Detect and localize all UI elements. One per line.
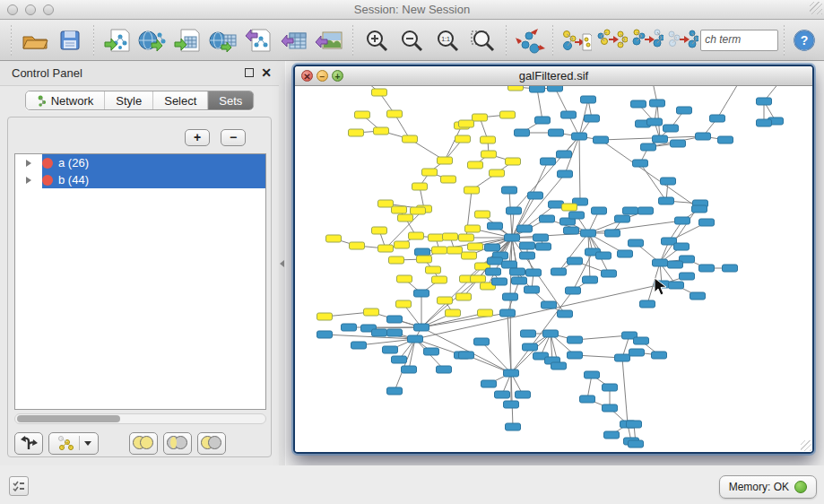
graph-node[interactable]: [422, 169, 438, 176]
graph-node[interactable]: [562, 204, 577, 211]
network-graph[interactable]: [295, 86, 812, 452]
graph-node[interactable]: [757, 98, 772, 105]
graph-edge[interactable]: [717, 86, 742, 118]
graph-node[interactable]: [412, 183, 428, 190]
network-frame-titlebar[interactable]: ✕ − + galFiltered.sif: [295, 66, 812, 86]
hide-selection-button[interactable]: [665, 23, 700, 57]
graph-node[interactable]: [541, 158, 556, 165]
graph-node[interactable]: [618, 250, 633, 257]
graph-node[interactable]: [629, 239, 644, 247]
graph-node[interactable]: [446, 309, 461, 317]
export-network-button[interactable]: [241, 23, 276, 57]
graph-node[interactable]: [627, 421, 642, 428]
graph-node[interactable]: [549, 129, 564, 136]
intersection-sets-button[interactable]: [163, 432, 192, 455]
graph-node[interactable]: [677, 107, 692, 114]
graph-node[interactable]: [504, 401, 519, 408]
graph-node[interactable]: [549, 201, 564, 208]
graph-node[interactable]: [459, 234, 474, 241]
import-network-file-button[interactable]: [100, 23, 134, 57]
graph-node[interactable]: [317, 313, 333, 320]
graph-node[interactable]: [661, 178, 676, 185]
graph-node[interactable]: [372, 227, 387, 234]
graph-node[interactable]: [558, 170, 573, 178]
graph-node[interactable]: [669, 282, 684, 289]
graph-node[interactable]: [503, 293, 518, 300]
graph-node[interactable]: [443, 233, 458, 240]
dropdown-arrow-icon[interactable]: [84, 441, 91, 446]
graph-node[interactable]: [387, 387, 403, 395]
graph-node[interactable]: [515, 129, 530, 136]
graph-node[interactable]: [372, 89, 387, 96]
graph-node[interactable]: [502, 187, 517, 194]
network-canvas[interactable]: [295, 86, 812, 452]
graph-node[interactable]: [411, 207, 426, 214]
tab-sets[interactable]: Sets: [208, 91, 253, 109]
help-button[interactable]: ?: [790, 23, 819, 57]
graph-node[interactable]: [429, 234, 444, 241]
graph-node[interactable]: [351, 342, 367, 349]
difference-sets-button[interactable]: [197, 432, 226, 455]
graph-node[interactable]: [568, 336, 583, 343]
graph-node[interactable]: [471, 275, 486, 282]
graph-node[interactable]: [585, 371, 600, 378]
graph-node[interactable]: [517, 225, 533, 232]
open-session-button[interactable]: [17, 23, 52, 57]
graph-node[interactable]: [533, 234, 549, 241]
graph-node[interactable]: [326, 235, 342, 242]
graph-node[interactable]: [530, 86, 545, 92]
graph-node[interactable]: [481, 136, 496, 143]
add-set-button[interactable]: +: [185, 129, 210, 146]
apply-preferred-layout-button[interactable]: [512, 23, 547, 57]
graph-node[interactable]: [543, 330, 559, 337]
graph-node[interactable]: [455, 135, 471, 143]
graph-node[interactable]: [374, 127, 389, 135]
graph-node[interactable]: [615, 215, 630, 222]
graph-node[interactable]: [417, 256, 432, 263]
graph-edge[interactable]: [481, 342, 511, 373]
set-row-a[interactable]: a (26): [15, 154, 265, 171]
graph-node[interactable]: [473, 114, 488, 121]
graph-node[interactable]: [551, 268, 567, 275]
graph-node[interactable]: [603, 404, 618, 412]
graph-node[interactable]: [634, 337, 649, 344]
graph-edge[interactable]: [622, 358, 628, 424]
graph-node[interactable]: [481, 151, 497, 158]
zoom-selected-region-button[interactable]: [464, 23, 499, 57]
expand-triangle-icon[interactable]: [26, 160, 31, 167]
graph-node[interactable]: [481, 380, 497, 387]
graph-node[interactable]: [392, 356, 407, 363]
import-table-web-button[interactable]: [205, 23, 240, 57]
graph-node[interactable]: [718, 136, 733, 143]
union-sets-button[interactable]: [129, 432, 158, 455]
graph-edge[interactable]: [579, 136, 580, 202]
graph-node[interactable]: [387, 110, 403, 117]
graph-node[interactable]: [317, 331, 333, 338]
tab-select[interactable]: Select: [153, 91, 208, 109]
panel-splitter[interactable]: [279, 61, 286, 465]
graph-node[interactable]: [603, 384, 618, 391]
graph-node[interactable]: [387, 329, 403, 336]
graph-node[interactable]: [349, 129, 364, 136]
copy-selection-to-network-button[interactable]: [629, 23, 664, 57]
zoom-in-button[interactable]: [359, 23, 394, 57]
graph-node[interactable]: [516, 391, 531, 398]
graph-node[interactable]: [474, 338, 490, 345]
graph-node[interactable]: [459, 352, 474, 359]
graph-node[interactable]: [441, 176, 456, 183]
graph-node[interactable]: [504, 369, 519, 377]
frame-resize-grip[interactable]: [801, 440, 811, 451]
close-panel-icon[interactable]: ✕: [261, 65, 272, 80]
sets-list[interactable]: a (26) b (44): [14, 153, 266, 410]
graph-node[interactable]: [526, 269, 542, 276]
graph-node[interactable]: [398, 214, 413, 222]
graph-node[interactable]: [397, 275, 412, 282]
graph-node[interactable]: [488, 257, 503, 265]
graph-node[interactable]: [521, 330, 536, 337]
graph-node[interactable]: [581, 230, 596, 237]
graph-node[interactable]: [395, 241, 410, 248]
graph-node[interactable]: [465, 225, 481, 232]
graph-node[interactable]: [488, 222, 503, 230]
memory-status-button[interactable]: Memory: OK: [719, 475, 817, 499]
graph-node[interactable]: [674, 243, 690, 250]
